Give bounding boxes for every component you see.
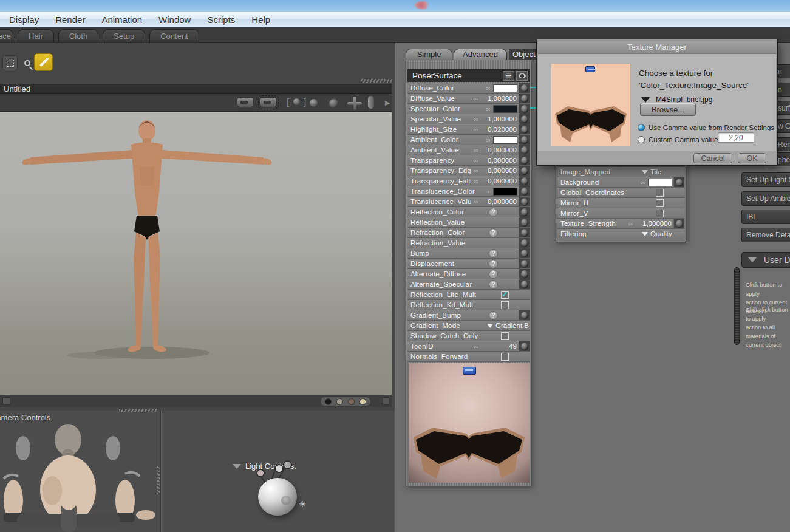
display-style-dot[interactable] (359, 398, 366, 405)
viewport-3d[interactable] (0, 112, 392, 395)
camera-select-button[interactable] (260, 97, 277, 107)
checkbox[interactable]: ✓ (501, 291, 509, 299)
room-tab-face[interactable]: Face (0, 29, 13, 42)
query-icon[interactable]: ? (489, 280, 498, 289)
corner-widget[interactable] (383, 397, 389, 405)
link-icon[interactable]: ∞ (471, 115, 481, 123)
dial-button[interactable] (519, 217, 530, 227)
user-defined-header[interactable]: User Defined (741, 252, 790, 268)
query-icon[interactable]: ? (489, 311, 498, 320)
property-value[interactable]: 0,000000 (481, 146, 519, 154)
light-globe[interactable] (258, 478, 297, 516)
node-list-button[interactable]: ☰ (503, 71, 514, 81)
checkbox[interactable] (656, 189, 664, 197)
query-icon[interactable]: ? (489, 208, 498, 217)
dial-button[interactable] (519, 104, 530, 114)
link-icon[interactable]: ∞ (471, 146, 481, 154)
sun-icon[interactable]: ☀ (299, 499, 307, 509)
link-icon[interactable]: ∞ (483, 136, 493, 143)
corner-widget[interactable] (2, 397, 10, 405)
dial-button[interactable] (519, 197, 530, 206)
poser-surface-header[interactable]: PoserSurface ☰ (407, 69, 530, 82)
zoom-tool-button[interactable] (19, 55, 35, 70)
property-value[interactable]: 0,000000 (481, 177, 519, 185)
display-style-dot[interactable] (325, 398, 332, 405)
dial-button[interactable] (519, 310, 530, 320)
dial-button[interactable] (519, 124, 530, 134)
dropdown[interactable]: Tile (642, 168, 684, 176)
ok-button[interactable]: OK (738, 153, 766, 163)
link-icon[interactable]: ∞ (471, 95, 481, 102)
dial-button[interactable] (519, 155, 530, 165)
wacro-set-up-ambient-occlusion[interactable]: Set Up Ambient Occlusion (741, 191, 790, 206)
room-tab-cloth[interactable]: Cloth (58, 29, 98, 42)
gamma-render-settings-option[interactable]: Use Gamma value from Render Settings (638, 124, 774, 131)
wacro-ibl[interactable]: IBL (741, 210, 790, 224)
link-icon[interactable]: ∞ (471, 126, 481, 133)
dial-button[interactable] (519, 166, 530, 176)
vertical-scrollbar[interactable] (734, 267, 740, 345)
link-icon[interactable]: ∞ (638, 179, 648, 186)
gamma-custom-option[interactable]: Custom Gamma value: (638, 136, 720, 143)
radio-selected-icon[interactable] (638, 124, 645, 131)
document-title-bar[interactable]: Untitled (0, 84, 392, 94)
dial-button[interactable] (673, 177, 684, 187)
dial-button[interactable] (519, 145, 530, 155)
tab-advanced[interactable]: Advanced (454, 49, 507, 60)
property-value[interactable]: 1,000000 (481, 115, 519, 123)
query-icon[interactable]: ? (489, 249, 498, 258)
query-icon[interactable]: ? (489, 259, 498, 268)
light-globe-node[interactable] (281, 496, 291, 505)
move-cross-button[interactable] (347, 97, 362, 110)
dial-button[interactable] (673, 219, 684, 228)
dropdown[interactable]: Gradient B (487, 322, 530, 329)
color-swatch[interactable] (648, 179, 672, 186)
dropdown[interactable]: Quality (642, 230, 684, 237)
link-icon[interactable]: ∞ (626, 220, 636, 227)
color-swatch[interactable] (493, 188, 517, 196)
dial-button[interactable] (519, 207, 530, 217)
menu-render[interactable]: Render (55, 15, 85, 25)
query-icon[interactable]: ? (489, 270, 498, 279)
dial-button[interactable] (519, 83, 530, 93)
link-icon[interactable]: ∞ (483, 84, 493, 92)
select-tool-button[interactable] (2, 55, 18, 70)
dial-button[interactable] (519, 341, 530, 351)
light-indicator[interactable] (274, 464, 284, 473)
radio-icon[interactable] (638, 136, 645, 143)
drag-handle-hatch[interactable] (361, 79, 392, 83)
toolbar-overflow-arrow[interactable]: ▶ (385, 99, 390, 107)
checkbox[interactable] (501, 332, 509, 340)
camera-controls-graphic[interactable] (0, 423, 159, 532)
link-icon[interactable]: ∞ (471, 157, 481, 164)
checkbox[interactable] (656, 210, 664, 217)
dial-button[interactable] (519, 279, 530, 289)
dial-button[interactable] (519, 94, 530, 103)
color-swatch[interactable] (493, 105, 517, 113)
link-icon[interactable]: ∞ (471, 198, 481, 205)
dial-button[interactable] (519, 228, 530, 237)
display-style-dot[interactable] (348, 398, 355, 405)
property-value[interactable]: 1,000000 (481, 95, 519, 102)
menu-display[interactable]: Display (9, 15, 39, 25)
light-indicator[interactable] (256, 469, 265, 477)
eyedropper-tool-button[interactable] (34, 53, 53, 71)
sphere-button[interactable] (310, 99, 318, 107)
dial-button[interactable] (519, 176, 530, 186)
checkbox[interactable] (656, 199, 664, 207)
menu-animation[interactable]: Animation (101, 15, 142, 25)
link-icon[interactable]: ∞ (483, 105, 493, 112)
browse-button[interactable]: Browse... (640, 103, 696, 116)
focus-ball-button[interactable]: [ ] (287, 97, 306, 107)
trackball-button[interactable] (328, 98, 338, 107)
checkbox[interactable] (501, 301, 509, 309)
menu-help[interactable]: Help (251, 15, 270, 25)
room-tab-setup[interactable]: Setup (103, 29, 145, 42)
preview-toggle-button[interactable] (516, 71, 528, 81)
hand-button[interactable] (368, 96, 374, 109)
custom-gamma-input[interactable]: 2,20 (718, 132, 754, 143)
tab-simple[interactable]: Simple (406, 49, 452, 60)
camera-view-button[interactable] (237, 97, 254, 107)
display-style-dot[interactable] (336, 398, 343, 405)
property-value[interactable]: 49 (481, 343, 519, 350)
